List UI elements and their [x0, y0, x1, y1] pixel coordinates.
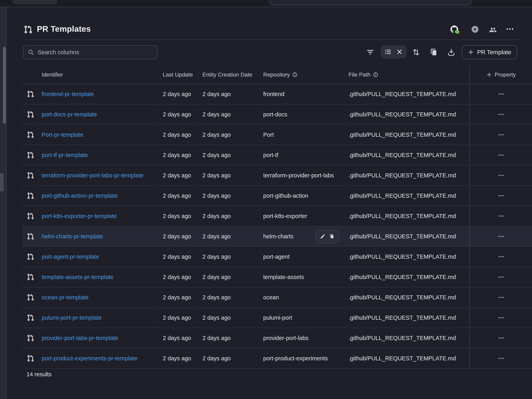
last-update-cell: 2 days ago: [160, 247, 198, 267]
info-icon[interactable]: [292, 72, 298, 77]
file-path-cell: .github/PULL_REQUEST_TEMPLATE.md: [345, 226, 469, 246]
info-icon[interactable]: [373, 72, 378, 77]
table-row[interactable]: ocean-pr-template 2 days ago 2 days ago …: [23, 287, 532, 308]
header-last-update[interactable]: Last Update: [160, 66, 198, 84]
table-row[interactable]: frontend-pr-template 2 days ago 2 days a…: [23, 84, 532, 104]
identifier-link[interactable]: template-assets-pr-template: [42, 274, 114, 280]
row-actions-icon[interactable]: [498, 233, 505, 240]
vertical-scrollbar[interactable]: [3, 47, 6, 124]
pull-request-icon: [27, 335, 34, 342]
row-actions-icon[interactable]: [498, 253, 505, 260]
people-icon[interactable]: [489, 26, 497, 34]
pull-request-icon: [27, 314, 34, 321]
identifier-link[interactable]: Port-pr-template: [42, 132, 83, 138]
last-update-cell: 2 days ago: [160, 267, 198, 287]
table-row[interactable]: pulumi-port-pr-template 2 days ago 2 day…: [23, 308, 532, 328]
clear-group-by-icon[interactable]: [396, 48, 403, 55]
identifier-link[interactable]: pulumi-port-pr-template: [42, 315, 102, 321]
global-search-bar[interactable]: [270, 0, 471, 5]
search-icon: [28, 49, 34, 55]
entity-creation-date-cell: 2 days ago: [198, 226, 260, 246]
pull-request-icon: [27, 233, 34, 240]
top-bar: [0, 0, 532, 7]
topbar-button[interactable]: [12, 0, 57, 4]
entity-creation-date-cell: 2 days ago: [198, 145, 260, 165]
header-icon-column: [23, 66, 38, 84]
pull-request-icon: [27, 172, 34, 179]
identifier-link[interactable]: port-k8s-exporter-pr-template: [42, 213, 117, 219]
identifier-link[interactable]: port-product-experiments-pr-template: [42, 355, 137, 362]
more-options-icon[interactable]: [506, 28, 514, 31]
play-circle-icon[interactable]: [471, 25, 479, 33]
file-path-cell: .github/PULL_REQUEST_TEMPLATE.md: [345, 308, 469, 328]
table-row[interactable]: port-k8s-exporter-pr-template 2 days ago…: [23, 206, 532, 226]
identifier-link[interactable]: port-docs-pr-template: [42, 111, 97, 118]
entity-creation-date-cell: 2 days ago: [198, 247, 260, 267]
header-repository[interactable]: Repository: [260, 66, 345, 84]
plus-icon: [468, 49, 474, 55]
table-row[interactable]: port-docs-pr-template 2 days ago 2 days …: [23, 104, 532, 125]
download-icon[interactable]: [447, 48, 456, 57]
row-actions-icon[interactable]: [498, 91, 505, 97]
row-hover-actions: [316, 230, 339, 243]
repository-cell: Port: [260, 125, 345, 145]
row-actions-icon[interactable]: [498, 152, 505, 158]
identifier-link[interactable]: port-agent-pr-template: [42, 253, 99, 260]
last-update-cell: 2 days ago: [160, 206, 198, 226]
table-row[interactable]: terraform-provider-port-labs-pr-template…: [23, 165, 532, 186]
table-row[interactable]: provider-port-labs-pr-template 2 days ag…: [23, 328, 532, 348]
page-title: PR Templates: [37, 24, 91, 34]
identifier-link[interactable]: helm-charts-pr-template: [42, 233, 103, 240]
add-property-button[interactable]: Property: [469, 66, 532, 84]
header-entity-creation-date[interactable]: Entity Creation Date: [198, 66, 260, 84]
add-pr-template-button[interactable]: PR Template: [462, 45, 517, 59]
identifier-link[interactable]: terraform-provider-port-labs-pr-template: [42, 172, 143, 179]
repository-cell: frontend: [260, 84, 345, 104]
entity-creation-date-cell: 2 days ago: [198, 104, 260, 124]
group-by-list-icon[interactable]: [384, 48, 392, 55]
table-row[interactable]: port-tf-pr-template 2 days ago 2 days ag…: [23, 145, 532, 165]
table-row[interactable]: helm-charts-pr-template 2 days ago 2 day…: [23, 226, 532, 247]
copy-icon[interactable]: [430, 48, 438, 57]
last-update-cell: 2 days ago: [160, 328, 198, 348]
row-actions-icon[interactable]: [498, 111, 505, 118]
row-actions-icon[interactable]: [498, 274, 505, 280]
table-row[interactable]: port-github-action-pr-template 2 days ag…: [23, 186, 532, 206]
row-actions-icon[interactable]: [498, 314, 505, 321]
identifier-link[interactable]: provider-port-labs-pr-template: [42, 335, 118, 342]
entity-creation-date-cell: 2 days ago: [198, 186, 260, 206]
header-identifier[interactable]: Identifier: [38, 66, 160, 84]
table-row[interactable]: Port-pr-template 2 days ago 2 days ago P…: [23, 125, 532, 145]
table-row[interactable]: template-assets-pr-template 2 days ago 2…: [23, 267, 532, 287]
row-actions-icon[interactable]: [498, 192, 505, 199]
row-actions-icon[interactable]: [498, 213, 505, 219]
entity-creation-date-cell: 2 days ago: [198, 328, 260, 348]
sidebar-item-edge[interactable]: [0, 173, 4, 191]
edit-pencil-icon[interactable]: [320, 234, 326, 239]
search-columns-input[interactable]: [37, 49, 153, 56]
identifier-link[interactable]: frontend-pr-template: [42, 91, 94, 97]
entity-creation-date-cell: 2 days ago: [198, 165, 260, 185]
file-path-cell: .github/PULL_REQUEST_TEMPLATE.md: [345, 206, 469, 226]
file-path-cell: .github/PULL_REQUEST_TEMPLATE.md: [345, 84, 469, 104]
row-actions-icon[interactable]: [498, 172, 505, 179]
row-actions-icon[interactable]: [498, 355, 505, 362]
identifier-link[interactable]: port-tf-pr-template: [42, 152, 88, 158]
identifier-link[interactable]: port-github-action-pr-template: [42, 192, 118, 199]
entity-creation-date-cell: 2 days ago: [198, 348, 260, 368]
row-actions-icon[interactable]: [498, 335, 505, 342]
filter-icon[interactable]: [366, 48, 375, 57]
table-row[interactable]: port-agent-pr-template 2 days ago 2 days…: [23, 247, 532, 267]
row-actions-icon[interactable]: [498, 131, 505, 138]
copy-icon[interactable]: [329, 234, 335, 239]
table-row[interactable]: port-product-experiments-pr-template 2 d…: [23, 348, 532, 369]
header-file-path[interactable]: File Path: [345, 66, 469, 84]
identifier-link[interactable]: ocean-pr-template: [42, 294, 89, 301]
pull-request-icon: [27, 253, 34, 260]
row-actions-icon[interactable]: [498, 294, 505, 301]
file-path-cell: .github/PULL_REQUEST_TEMPLATE.md: [345, 145, 469, 165]
pull-request-icon: [24, 25, 32, 34]
sort-icon[interactable]: [412, 48, 420, 57]
last-update-cell: 2 days ago: [160, 226, 198, 246]
github-icon[interactable]: [450, 25, 458, 33]
